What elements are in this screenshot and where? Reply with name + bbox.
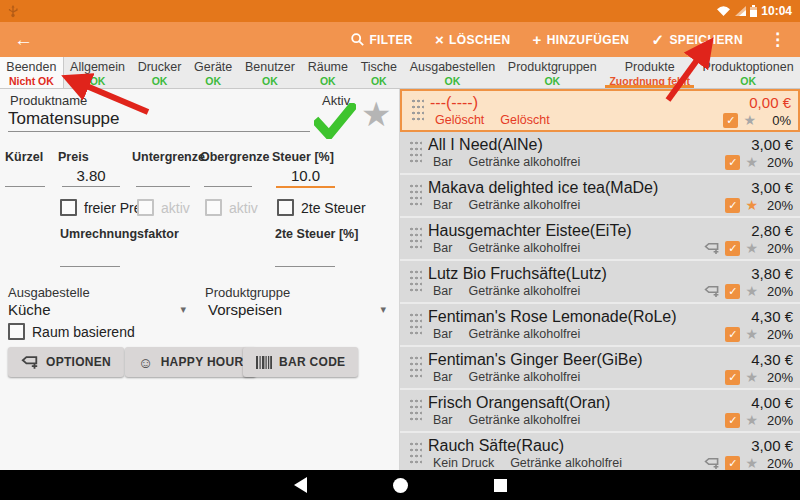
steuer-input[interactable]	[276, 167, 335, 188]
product-row[interactable]: Hausgemachter Eistee(EiTe) 2,80 € Bar Ge…	[400, 218, 800, 261]
product-price: 3,00 €	[743, 179, 793, 196]
product-group: Getränke alkoholfrei	[468, 327, 580, 341]
untergrenze-input[interactable]	[136, 167, 190, 187]
active-checkbox[interactable]: ✓	[725, 241, 740, 256]
tab-status-badge: OK	[137, 75, 181, 87]
active-checkbox[interactable]: ✓	[725, 413, 740, 428]
active-check-icon[interactable]	[314, 103, 356, 139]
zweite-steuer-input[interactable]	[275, 247, 335, 267]
filter-button[interactable]: FILTER	[351, 33, 413, 47]
tab-item[interactable]: Benutzer OK	[239, 57, 302, 88]
checkbox-box	[60, 199, 77, 216]
favorite-star-icon[interactable]: ★	[745, 241, 758, 255]
favorite-star-icon[interactable]: ★	[745, 198, 758, 212]
active-checkbox[interactable]: ✓	[723, 113, 738, 128]
tab-item[interactable]: Allgemein OK	[64, 57, 132, 88]
drag-handle-icon[interactable]	[409, 441, 422, 466]
close-icon: ×	[435, 32, 444, 47]
produktname-input[interactable]	[8, 109, 310, 132]
tab-label: Produktgruppen	[507, 60, 597, 74]
drag-handle-icon[interactable]	[409, 183, 422, 208]
nav-recents-button[interactable]	[494, 479, 507, 492]
active-checkbox[interactable]: ✓	[725, 327, 740, 342]
nav-home-button[interactable]	[393, 478, 408, 493]
nav-back-button[interactable]	[294, 477, 307, 493]
tab-label: Produkte	[609, 60, 690, 74]
zweite-steuer-label: 2te Steuer	[301, 200, 366, 216]
save-button[interactable]: ✓ SPEICHERN	[651, 32, 743, 47]
checkbox-box	[205, 199, 222, 216]
favorite-star-icon[interactable]: ★	[745, 284, 758, 298]
tab-item[interactable]: Produkte Zuordnung fehlt	[603, 57, 696, 88]
drag-handle-icon[interactable]	[409, 398, 422, 423]
overflow-menu-icon[interactable]: ⋮	[765, 29, 786, 50]
tab-item[interactable]: Beenden Nicht OK	[0, 57, 64, 88]
ausgabestelle-select[interactable]: Küche ▾	[8, 301, 186, 318]
raum-basierend-checkbox[interactable]: Raum basierend	[8, 323, 135, 340]
product-row[interactable]: Fentiman's Rose Lemonade(RoLe) 4,30 € Ba…	[400, 304, 800, 347]
tab-item[interactable]: Räume OK	[301, 57, 354, 88]
active-checkbox[interactable]: ✓	[725, 155, 740, 170]
tax-percent: 20%	[763, 456, 793, 471]
kurzel-input[interactable]	[5, 167, 45, 187]
active-checkbox[interactable]: ✓	[725, 456, 740, 471]
favorite-star-icon[interactable]: ★	[745, 370, 758, 384]
active-checkbox[interactable]: ✓	[725, 370, 740, 385]
favorite-star-icon[interactable]: ★	[745, 456, 758, 470]
optionen-button[interactable]: OPTIONEN	[8, 347, 124, 377]
favorite-star-icon[interactable]: ★	[743, 113, 756, 127]
toolbar: ← FILTER × LÖSCHEN + HINZUFÜGEN ✓ SPEICH…	[0, 22, 800, 57]
product-name: Lutz Bio Fruchsäfte(Lutz)	[428, 265, 607, 283]
tab-item[interactable]: Produktoptionen OK	[696, 57, 800, 88]
options-tag-icon	[704, 457, 720, 470]
product-row[interactable]: ---(----) 0,00 € Gelöscht Gelöscht ✓ ★ 0…	[400, 89, 800, 132]
favorite-star-icon[interactable]: ★	[361, 97, 391, 131]
tab-item[interactable]: Geräte OK	[188, 57, 239, 88]
tab-status-badge: OK	[70, 75, 126, 87]
produktgruppe-select[interactable]: Vorspeisen ▾	[208, 301, 386, 318]
drag-handle-icon[interactable]	[409, 226, 422, 251]
tax-percent: 20%	[763, 413, 793, 428]
kurzel-label: Kürzel	[5, 150, 43, 164]
tab-item[interactable]: Drucker OK	[131, 57, 187, 88]
favorite-star-icon[interactable]: ★	[745, 327, 758, 341]
drag-handle-icon[interactable]	[411, 98, 424, 123]
tab-item[interactable]: Produktgruppen OK	[501, 57, 603, 88]
steuer-label: Steuer [%]	[272, 150, 334, 164]
drag-handle-icon[interactable]	[409, 140, 422, 165]
product-price: 3,00 €	[743, 437, 793, 454]
product-row[interactable]: Makava delighted ice tea(MaDe) 3,00 € Ba…	[400, 175, 800, 218]
optionen-label: OPTIONEN	[46, 355, 111, 369]
umrechnungsfaktor-input[interactable]	[60, 247, 120, 267]
active-checkbox[interactable]: ✓	[725, 198, 740, 213]
delete-button[interactable]: × LÖSCHEN	[435, 32, 511, 47]
signal-icon	[734, 6, 746, 16]
add-button[interactable]: + HINZUFÜGEN	[533, 32, 630, 47]
drag-handle-icon[interactable]	[409, 355, 422, 380]
back-arrow-icon[interactable]: ←	[14, 30, 33, 49]
product-row[interactable]: Rauch Säfte(Rauc) 3,00 € Kein Druck Getr…	[400, 433, 800, 470]
barcode-button[interactable]: BAR CODE	[243, 347, 358, 377]
drag-handle-icon[interactable]	[409, 269, 422, 294]
tab-item[interactable]: Ausgabestellen OK	[403, 57, 501, 88]
preis-label: Preis	[58, 150, 89, 164]
filter-label: FILTER	[369, 33, 413, 47]
product-row[interactable]: Frisch Orangensaft(Oran) 4,00 € Bar Getr…	[400, 390, 800, 433]
happy-hour-button[interactable]: ☺ HAPPY HOUR	[125, 347, 256, 377]
drag-handle-icon[interactable]	[409, 312, 422, 337]
favorite-star-icon[interactable]: ★	[745, 155, 758, 169]
active-checkbox[interactable]: ✓	[725, 284, 740, 299]
product-row[interactable]: Lutz Bio Fruchsäfte(Lutz) 3,80 € Bar Get…	[400, 261, 800, 304]
favorite-star-icon[interactable]: ★	[745, 413, 758, 427]
zweite-steuer-checkbox[interactable]: 2te Steuer	[277, 199, 366, 216]
product-form-panel: Produktname Aktiv ★ Kürzel Preis Untergr…	[0, 89, 400, 470]
obergrenze-input[interactable]	[204, 167, 252, 187]
preis-input[interactable]	[62, 167, 120, 187]
tab-label: Räume	[307, 60, 348, 74]
product-row[interactable]: Fentiman's Ginger Beer(GiBe) 4,30 € Bar …	[400, 347, 800, 390]
checkbox-box	[137, 199, 154, 216]
tab-status-badge: OK	[245, 75, 296, 87]
product-row[interactable]: All I Need(AlNe) 3,00 € Bar Getränke alk…	[400, 132, 800, 175]
tax-percent: 20%	[763, 327, 793, 342]
tab-item[interactable]: Tische OK	[354, 57, 403, 88]
